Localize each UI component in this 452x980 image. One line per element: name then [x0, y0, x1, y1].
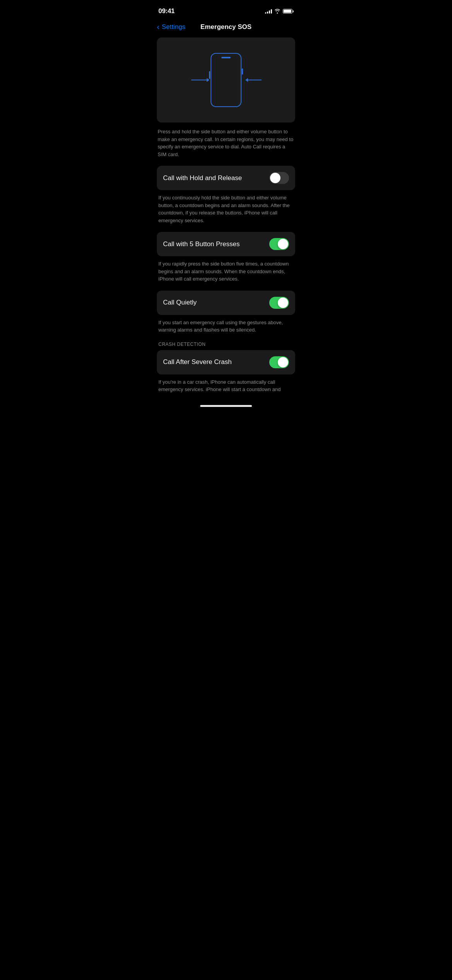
call-quietly-label: Call Quietly	[163, 299, 269, 306]
call-quietly-row: Call Quietly	[157, 291, 295, 315]
call-after-crash-label: Call After Severe Crash	[163, 358, 269, 366]
nav-header: ‹ Settings Emergency SOS	[151, 19, 301, 37]
phone-notch-icon	[221, 57, 231, 58]
call-hold-release-label: Call with Hold and Release	[163, 174, 269, 182]
signal-icon	[265, 9, 272, 14]
back-button[interactable]: ‹ Settings	[157, 22, 185, 31]
call-quietly-description: If you start an emergency call using the…	[157, 319, 295, 334]
page-title: Emergency SOS	[201, 23, 251, 31]
illustration-card	[157, 37, 295, 122]
crash-detection-header: CRASH DETECTION	[157, 342, 295, 347]
call-after-crash-description: If you're in a car crash, iPhone can aut…	[157, 378, 295, 393]
call-quietly-toggle[interactable]	[269, 297, 289, 309]
left-arrow-icon	[191, 78, 209, 82]
call-hold-release-thumb	[270, 173, 280, 183]
back-label: Settings	[162, 23, 185, 31]
call-quietly-thumb	[278, 298, 288, 308]
call-quietly-track	[269, 297, 289, 309]
home-bar	[200, 405, 252, 407]
main-content: Press and hold the side button and eithe…	[151, 37, 301, 393]
call-5-presses-track	[269, 238, 289, 250]
call-hold-release-toggle[interactable]	[269, 172, 289, 184]
call-5-presses-description: If you rapidly press the side button fiv…	[157, 260, 295, 283]
call-after-crash-thumb	[278, 357, 288, 368]
status-icons	[265, 9, 294, 14]
call-5-presses-row: Call with 5 Button Presses	[157, 232, 295, 256]
status-bar: 09:41	[151, 0, 301, 19]
battery-icon	[283, 9, 294, 14]
call-hold-release-track	[269, 172, 289, 184]
side-button-icon	[242, 68, 243, 75]
volume-button-icon	[209, 71, 210, 79]
wifi-icon	[274, 9, 280, 14]
call-5-presses-thumb	[278, 239, 288, 249]
call-after-crash-toggle[interactable]	[269, 356, 289, 368]
intro-description: Press and hold the side button and eithe…	[157, 128, 295, 158]
call-5-presses-label: Call with 5 Button Presses	[163, 240, 269, 248]
call-hold-release-description: If you continuously hold the side button…	[157, 194, 295, 224]
home-indicator	[151, 401, 301, 410]
call-after-crash-row: Call After Severe Crash	[157, 350, 295, 374]
phone-illustration	[184, 49, 268, 111]
status-time: 09:41	[158, 7, 175, 15]
chevron-left-icon: ‹	[157, 22, 160, 31]
call-after-crash-track	[269, 356, 289, 368]
call-5-presses-toggle[interactable]	[269, 238, 289, 250]
right-arrow-icon	[245, 78, 262, 82]
call-hold-release-row: Call with Hold and Release	[157, 166, 295, 190]
phone-body-icon	[211, 53, 241, 107]
